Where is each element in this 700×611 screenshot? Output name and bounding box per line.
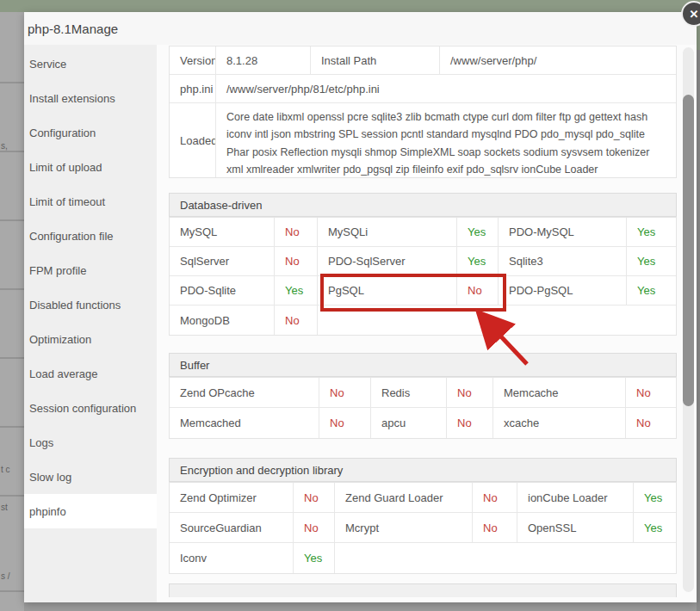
sidebar-item-disabled-functions[interactable]: Disabled functions bbox=[24, 287, 157, 322]
extension-name: MongoDB bbox=[170, 306, 275, 335]
extension-status: No bbox=[447, 408, 493, 438]
extension-status: No bbox=[626, 408, 676, 438]
extension-status: No bbox=[447, 378, 493, 407]
php-manage-modal: php-8.1Manage ✕ ServiceInstall extension… bbox=[24, 12, 697, 602]
extension-status: Yes bbox=[457, 218, 499, 246]
empty-cell bbox=[318, 306, 676, 335]
install-path-value: /www/server/php/ bbox=[440, 46, 676, 74]
extension-status: No bbox=[626, 378, 676, 407]
sidebar-item-session-configuration[interactable]: Session configuration bbox=[24, 391, 157, 425]
section-table-buffer: Zend OPcacheNoRedisNoMemcacheNoMemcached… bbox=[169, 377, 677, 439]
window-scrollbar-sliver[interactable] bbox=[697, 50, 700, 611]
extension-name: MySQL bbox=[170, 218, 275, 246]
table-row: SqlServerNoPDO-SqlServerYesSqlite3Yes bbox=[170, 247, 676, 276]
phpini-label: php.ini bbox=[170, 75, 216, 102]
extension-name: Mcrypt bbox=[335, 513, 473, 542]
divider bbox=[0, 219, 24, 221]
extension-status: Yes bbox=[627, 247, 676, 275]
extension-name: PDO-Sqlite bbox=[170, 276, 275, 305]
extension-status: Yes bbox=[627, 218, 676, 246]
extension-name: PDO-MySQL bbox=[499, 218, 627, 246]
extension-name: Zend Guard Loader bbox=[335, 483, 473, 512]
extension-name: SourceGuardian bbox=[170, 513, 294, 542]
partial-section-header bbox=[169, 583, 677, 597]
sidebar-item-optimization[interactable]: Optimization bbox=[24, 322, 157, 356]
empty-cell bbox=[335, 543, 676, 573]
modal-header: php-8.1Manage bbox=[24, 12, 697, 45]
extension-name: Iconv bbox=[170, 543, 294, 573]
section-table-encryption-and-decryption-library: Zend OptimizerNoZend Guard LoaderNoionCu… bbox=[169, 482, 677, 574]
table-row: IconvYes bbox=[170, 543, 676, 573]
extension-status: No bbox=[275, 218, 318, 246]
extension-status: No bbox=[473, 483, 517, 512]
extension-status: No bbox=[319, 378, 371, 407]
sidebar-item-install-extensions[interactable]: Install extensions bbox=[24, 81, 157, 115]
dimmed-page-strip: s, t c st s / bbox=[0, 12, 24, 611]
table-row: SourceGuardianNoMcryptNoOpenSSLYes bbox=[170, 513, 676, 543]
table-row: Version 8.1.28 Install Path /www/server/… bbox=[170, 46, 676, 75]
extension-name: PDO-PgSQL bbox=[499, 276, 627, 305]
divider bbox=[0, 288, 24, 290]
extension-status: Yes bbox=[627, 276, 676, 305]
divider bbox=[0, 357, 24, 359]
page-text-fragment: t c bbox=[1, 465, 10, 474]
table-row: MySQLNoMySQLiYesPDO-MySQLYes bbox=[170, 218, 676, 247]
sidebar-item-slow-log[interactable]: Slow log bbox=[24, 460, 157, 494]
section-header-buffer: Buffer bbox=[169, 353, 677, 377]
extension-status: No bbox=[294, 483, 335, 512]
divider bbox=[0, 426, 24, 428]
extension-status: No bbox=[275, 247, 318, 275]
extension-name: apcu bbox=[371, 408, 447, 438]
extension-name: PDO-SqlServer bbox=[318, 247, 457, 275]
extension-status: Yes bbox=[634, 513, 676, 542]
table-row: php.ini /www/server/php/81/etc/php.ini bbox=[170, 75, 676, 103]
table-row: Zend OptimizerNoZend Guard LoaderNoionCu… bbox=[170, 483, 676, 513]
section-table-database-driven: MySQLNoMySQLiYesPDO-MySQLYesSqlServerNoP… bbox=[169, 217, 677, 336]
sidebar-item-service[interactable]: Service bbox=[24, 46, 157, 81]
page-text-fragment: s / bbox=[1, 571, 10, 581]
table-row: MemcachedNoapcuNoxcacheNo bbox=[170, 408, 676, 438]
extension-name: OpenSSL bbox=[517, 513, 634, 542]
extension-name: Memcached bbox=[170, 408, 319, 438]
table-row: Zend OPcacheNoRedisNoMemcacheNo bbox=[170, 378, 676, 408]
modal-scrollbar-track[interactable] bbox=[683, 47, 694, 592]
sidebar-item-load-average[interactable]: Load average bbox=[24, 356, 157, 391]
extension-name: PgSQL bbox=[318, 276, 457, 305]
section-header-encryption-and-decryption-library: Encryption and decryption library bbox=[169, 458, 677, 482]
extension-status: Yes bbox=[275, 276, 318, 305]
extension-name: Redis bbox=[371, 378, 447, 407]
page-text-fragment: st bbox=[1, 503, 8, 512]
extension-status: No bbox=[294, 513, 335, 542]
section-header-database-driven: Database-driven bbox=[169, 193, 677, 217]
phpini-value: /www/server/php/81/etc/php.ini bbox=[216, 75, 676, 102]
sidebar-item-logs[interactable]: Logs bbox=[24, 425, 157, 460]
php-info-table: Version 8.1.28 Install Path /www/server/… bbox=[169, 46, 677, 178]
sidebar: ServiceInstall extensionsConfigurationLi… bbox=[24, 45, 157, 602]
extension-name: Memcache bbox=[493, 378, 626, 407]
table-row: Loaded Core date libxml openssl pcre sql… bbox=[170, 103, 676, 177]
close-icon[interactable]: ✕ bbox=[681, 1, 700, 27]
divider bbox=[0, 495, 24, 497]
extension-status: No bbox=[319, 408, 371, 438]
modal-title: php-8.1Manage bbox=[28, 22, 118, 36]
loaded-label: Loaded bbox=[170, 103, 216, 177]
version-value: 8.1.28 bbox=[216, 46, 311, 74]
extension-name: ionCube Loader bbox=[517, 483, 634, 512]
sidebar-item-phpinfo[interactable]: phpinfo bbox=[24, 494, 157, 528]
table-row: MongoDBNo bbox=[170, 306, 676, 335]
sidebar-item-fpm-profile[interactable]: FPM profile bbox=[24, 253, 157, 287]
extension-name: SqlServer bbox=[170, 247, 275, 275]
extension-name: Zend Optimizer bbox=[170, 483, 294, 512]
divider bbox=[0, 590, 24, 592]
table-row: PDO-SqliteYesPgSQLNoPDO-PgSQLYes bbox=[170, 276, 676, 306]
divider bbox=[0, 82, 24, 83]
sidebar-item-configuration[interactable]: Configuration bbox=[24, 115, 157, 150]
modal-scrollbar-thumb[interactable] bbox=[683, 95, 694, 406]
sidebar-item-configuration-file[interactable]: Configuration file bbox=[24, 219, 157, 253]
extension-name: xcache bbox=[493, 408, 626, 438]
sidebar-item-limit-of-timeout[interactable]: Limit of timeout bbox=[24, 184, 157, 219]
extension-status: No bbox=[457, 276, 499, 305]
page-text-fragment: s, bbox=[1, 141, 8, 151]
sidebar-item-limit-of-upload[interactable]: Limit of upload bbox=[24, 150, 157, 184]
extension-status: Yes bbox=[634, 483, 676, 512]
